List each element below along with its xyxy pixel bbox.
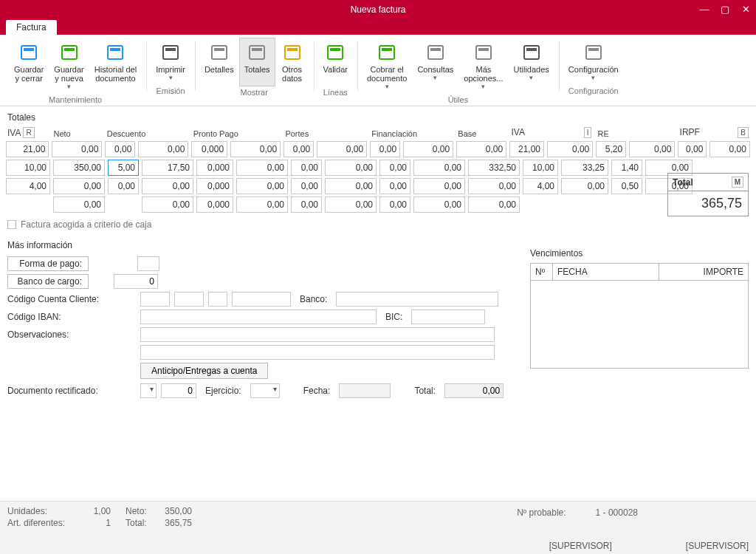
- totals-cell[interactable]: 21,00: [509, 141, 544, 157]
- totals-cell[interactable]: 0,00: [547, 141, 593, 157]
- totals-cell[interactable]: 5,00: [108, 160, 139, 176]
- totals-cell[interactable]: 33,25: [561, 160, 608, 176]
- totals-cell[interactable]: 332,50: [468, 160, 520, 176]
- totals-cell[interactable]: 0,00: [468, 178, 520, 194]
- badge-m[interactable]: M: [732, 177, 743, 188]
- badge-r[interactable]: R: [23, 127, 34, 138]
- totals-cell[interactable]: 0,00: [370, 141, 400, 157]
- totals-cell[interactable]: 17,50: [142, 160, 193, 176]
- fecha-input[interactable]: [339, 383, 391, 398]
- totals-cell[interactable]: 0,00: [468, 196, 520, 213]
- svg-rect-11: [252, 48, 262, 51]
- totals-cell[interactable]: 0,00: [325, 196, 377, 213]
- totals-cell[interactable]: 0,00: [709, 141, 750, 157]
- totals-cell[interactable]: 0,00: [413, 178, 465, 194]
- cobrar-button[interactable]: Cobrar eldocumento▾: [362, 38, 412, 94]
- totals-cell[interactable]: 0,000: [196, 160, 233, 176]
- totals-cell[interactable]: 0,00: [325, 178, 377, 194]
- mas-opciones-button[interactable]: Másopciones...▾: [458, 38, 508, 94]
- bic-input[interactable]: [411, 310, 485, 324]
- totals-cell[interactable]: 0,00: [403, 141, 453, 157]
- totals-cell[interactable]: 0,00: [108, 178, 139, 194]
- totals-cell[interactable]: 0,00: [236, 196, 288, 213]
- ccc-3[interactable]: [208, 292, 227, 307]
- guardar-cerrar-button[interactable]: Guardary cerrar: [9, 38, 49, 94]
- detalles-icon: [208, 41, 230, 64]
- anticipo-button[interactable]: Anticipo/Entregas a cuenta: [140, 363, 268, 379]
- totals-cell[interactable]: 0,00: [379, 178, 410, 194]
- banco-cargo-label[interactable]: Banco de cargo:: [7, 274, 89, 289]
- totals-cell[interactable]: 4,00: [523, 178, 558, 194]
- utilidades-button[interactable]: Utilidades▾: [509, 38, 554, 94]
- totals-cell[interactable]: 0,50: [611, 178, 642, 194]
- totals-cell[interactable]: 0,00: [53, 196, 105, 213]
- totals-cell[interactable]: 0,00: [561, 178, 608, 194]
- ejercicio-select[interactable]: [250, 383, 280, 398]
- badge-i[interactable]: I: [584, 127, 592, 138]
- vencimientos-body[interactable]: [531, 281, 748, 368]
- totals-cell[interactable]: 0,00: [291, 178, 322, 194]
- totals-cell[interactable]: 0,000: [196, 196, 233, 213]
- consultas-button[interactable]: Consultas▾: [412, 38, 458, 94]
- criterio-caja-row: Factura acogida a criterio de caja: [0, 215, 756, 234]
- totals-cell[interactable]: 1,40: [611, 160, 642, 176]
- guardar-nueva-button[interactable]: Guardary nueva▾: [49, 38, 89, 94]
- totals-cell[interactable]: 0,00: [236, 160, 288, 176]
- observaciones-input-1[interactable]: [140, 327, 495, 342]
- totals-cell[interactable]: 0,00: [456, 141, 506, 157]
- imprimir-button[interactable]: Imprimir▾: [151, 38, 190, 85]
- forma-pago-label[interactable]: Forma de pago:: [7, 256, 89, 271]
- totals-cell[interactable]: 0,00: [284, 141, 314, 157]
- otros-datos-button[interactable]: Otrosdatos: [275, 38, 309, 86]
- criterio-caja-checkbox[interactable]: [7, 220, 16, 229]
- totals-cell[interactable]: 0,00: [53, 178, 105, 194]
- totals-cell[interactable]: 0,00: [105, 141, 135, 157]
- minimize-button[interactable]: —: [694, 0, 715, 18]
- totals-cell[interactable]: 5,20: [596, 141, 626, 157]
- totals-cell[interactable]: 0,00: [325, 160, 377, 176]
- th-base: Base: [456, 128, 506, 140]
- total-rect-input[interactable]: [444, 383, 504, 398]
- totals-cell[interactable]: 0,00: [379, 160, 410, 176]
- totals-cell[interactable]: 0,00: [413, 196, 465, 213]
- maximize-button[interactable]: ▢: [715, 0, 735, 18]
- totals-cell[interactable]: 0,00: [317, 141, 367, 157]
- doc-rect-serie[interactable]: [140, 383, 157, 398]
- banco-input[interactable]: [336, 292, 498, 307]
- close-button[interactable]: ✕: [735, 0, 756, 18]
- badge-b[interactable]: B: [738, 127, 749, 138]
- configuracion-button[interactable]: Configuración▾: [563, 38, 624, 85]
- totals-cell[interactable]: 350,00: [53, 160, 105, 176]
- totals-cell[interactable]: 0,000: [196, 178, 233, 194]
- totals-cell[interactable]: 0,00: [142, 178, 193, 194]
- totals-cell[interactable]: 4,00: [6, 178, 50, 194]
- iban-input[interactable]: [140, 310, 377, 324]
- ccc-1[interactable]: [140, 292, 170, 307]
- totals-cell[interactable]: 0,00: [142, 196, 193, 213]
- tab-factura[interactable]: Factura: [6, 20, 57, 35]
- detalles-button[interactable]: Detalles: [199, 38, 239, 86]
- totals-cell[interactable]: 0,00: [52, 141, 102, 157]
- totals-cell[interactable]: 0,00: [236, 178, 288, 194]
- totals-cell[interactable]: 10,00: [523, 160, 558, 176]
- totals-cell[interactable]: 0,00: [379, 196, 410, 213]
- totals-cell[interactable]: 0,00: [138, 141, 188, 157]
- totales-button[interactable]: Totales: [239, 38, 275, 86]
- totals-cell[interactable]: 0,00: [413, 160, 465, 176]
- banco-cargo-input[interactable]: [114, 274, 158, 289]
- totals-cell[interactable]: 10,00: [6, 160, 50, 176]
- totals-cell[interactable]: 0,00: [629, 141, 675, 157]
- totals-cell[interactable]: 0,00: [678, 141, 707, 157]
- totals-cell[interactable]: 0,00: [291, 160, 322, 176]
- totals-cell[interactable]: 21,00: [6, 141, 49, 157]
- totals-cell[interactable]: 0,00: [291, 196, 322, 213]
- validar-button[interactable]: Validar: [318, 38, 353, 86]
- totals-cell[interactable]: 0,000: [191, 141, 227, 157]
- historial-button[interactable]: Historial deldocumento: [89, 38, 142, 94]
- ccc-4[interactable]: [232, 292, 291, 307]
- totals-cell[interactable]: 0,00: [230, 141, 281, 157]
- ccc-2[interactable]: [174, 292, 204, 307]
- observaciones-input-2[interactable]: [140, 345, 495, 360]
- forma-pago-input[interactable]: [137, 256, 159, 271]
- doc-rect-num[interactable]: [161, 383, 196, 398]
